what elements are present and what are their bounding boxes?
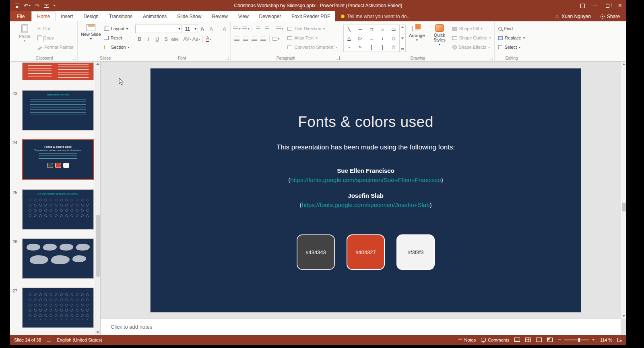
tab-slide-show[interactable]: Slide Show	[172, 11, 206, 21]
scroll-up-icon[interactable]	[401, 26, 404, 28]
layout-button[interactable]: Layout▾	[102, 24, 131, 33]
character-spacing-button[interactable]: AV▾	[183, 35, 191, 43]
tab-review[interactable]: Review	[206, 11, 233, 21]
copy-button[interactable]: Copy	[36, 33, 75, 42]
slide-subtitle[interactable]: This presentation has been made using th…	[151, 143, 581, 151]
slide-sorter-view-button[interactable]	[525, 338, 531, 342]
select-button[interactable]: Select▾	[497, 43, 526, 52]
strikethrough-button[interactable]: abc	[171, 35, 179, 43]
tab-animations[interactable]: Animations	[138, 11, 172, 21]
thumbnail-slide-22-partial[interactable]	[22, 62, 94, 80]
language-indicator[interactable]: English (United States)	[57, 338, 102, 342]
decrease-indent-button[interactable]	[254, 25, 262, 33]
main-scrollbar[interactable]	[621, 62, 626, 319]
reading-view-button[interactable]	[536, 338, 542, 342]
close-button[interactable]: ×	[614, 0, 626, 11]
replace-button[interactable]: Replace▾	[497, 33, 526, 42]
ribbon-display-options-button[interactable]	[576, 0, 589, 11]
justify-button[interactable]	[259, 35, 267, 43]
text-shadow-button[interactable]: S	[162, 35, 170, 43]
drawing-dialog-launcher[interactable]	[489, 56, 493, 60]
slide[interactable]: Fonts & colors used This presentation ha…	[151, 68, 581, 312]
zoom-slider-thumb[interactable]	[578, 338, 580, 342]
scroll-up-icon[interactable]	[96, 63, 99, 65]
scrollbar-thumb[interactable]	[622, 203, 626, 211]
shape-gallery-item[interactable]: ○	[381, 27, 384, 32]
italic-button[interactable]: I	[144, 35, 152, 43]
scroll-down-icon[interactable]	[401, 37, 404, 39]
tab-transitions[interactable]: Transitions	[104, 11, 138, 21]
notes-pane[interactable]: Click to add notes	[101, 319, 621, 335]
shape-gallery-item[interactable]: →	[369, 35, 374, 41]
align-right-button[interactable]	[250, 35, 258, 43]
change-case-button[interactable]: Aa▾	[192, 35, 200, 43]
color-swatch[interactable]: #434343	[297, 234, 335, 270]
shape-gallery-item[interactable]: }	[382, 44, 383, 50]
convert-to-smartart-button[interactable]: Convert to SmartArt▾	[286, 43, 339, 52]
tab-file[interactable]: File	[10, 11, 31, 21]
decrease-font-size-button[interactable]: Aˇ	[208, 25, 216, 33]
font-name-combo[interactable]: ▾	[135, 25, 182, 33]
minimize-button[interactable]: —	[589, 0, 601, 11]
font-dialog-launcher[interactable]	[225, 56, 229, 60]
scroll-down-icon[interactable]	[622, 315, 625, 317]
zoom-out-button[interactable]: −	[558, 338, 561, 342]
redo-button[interactable]: ↷	[35, 3, 39, 9]
align-text-button[interactable]: Align Text▾	[286, 33, 339, 42]
increase-font-size-button[interactable]: Aˆ	[199, 25, 207, 33]
font-link[interactable]: https://fonts.google.com/specimen/Sue+El…	[290, 176, 441, 183]
columns-button[interactable]: ▾	[272, 35, 280, 43]
thumbnail-slide-26[interactable]	[22, 238, 94, 279]
slide-title[interactable]: Fonts & colors used	[151, 114, 581, 130]
color-swatch[interactable]: #f3f3f3	[396, 234, 435, 270]
clipboard-dialog-launcher[interactable]	[72, 56, 76, 60]
slide-editor-canvas[interactable]: Fonts & colors used This presentation ha…	[101, 62, 621, 319]
notes-toggle-button[interactable]: Notes	[458, 338, 476, 342]
thumbnail-slide-24-selected[interactable]: Fonts & colors used This presentation ha…	[22, 139, 94, 180]
bullets-button[interactable]: ▾	[233, 25, 241, 33]
scrollbar-thumb[interactable]	[96, 215, 100, 277]
shape-gallery-item[interactable]: △	[347, 35, 351, 41]
shape-gallery-item[interactable]: ~	[348, 44, 351, 50]
cut-button[interactable]: ✂Cut	[36, 24, 75, 33]
tab-foxit-reader-pdf[interactable]: Foxit Reader PDF	[286, 11, 335, 21]
shape-gallery-item[interactable]: ─	[359, 27, 362, 32]
comments-toggle-button[interactable]: Comments	[481, 338, 509, 342]
proofing-icon[interactable]	[47, 338, 51, 342]
customize-qat-button[interactable]: ▾	[54, 4, 55, 7]
save-button[interactable]	[15, 4, 19, 8]
zoom-slider[interactable]	[564, 340, 589, 340]
shape-gallery-item[interactable]: ↓	[381, 35, 384, 41]
quick-styles-button[interactable]: Quick Styles ▾	[428, 23, 451, 53]
font-link-line[interactable]: (https://fonts.google.com/specimen/Josef…	[151, 201, 581, 208]
thumbnail-slide-25[interactable]: Use our editable graphic resources...	[22, 189, 94, 230]
shape-gallery-item[interactable]: ▷	[358, 35, 362, 41]
reset-button[interactable]: Reset	[102, 33, 131, 42]
numbering-button[interactable]: ▾	[242, 25, 250, 33]
underline-button[interactable]: U	[153, 35, 161, 43]
thumbnail-slide-23[interactable]: Instructions for use	[22, 90, 94, 130]
start-from-beginning-button[interactable]	[44, 4, 49, 8]
normal-view-button[interactable]	[514, 338, 520, 342]
fit-to-window-icon[interactable]	[617, 338, 622, 342]
shape-gallery-item[interactable]: □	[370, 27, 373, 32]
share-button[interactable]: Share	[594, 11, 626, 21]
shape-gallery-item[interactable]: ◇	[392, 35, 395, 41]
slide-counter[interactable]: Slide 24 of 38	[14, 338, 41, 342]
shape-outline-button[interactable]: Shape Outline▾	[451, 33, 493, 42]
undo-button[interactable]: ↶▾	[24, 3, 31, 9]
align-center-button[interactable]	[242, 35, 250, 43]
clear-formatting-button[interactable]: A	[220, 25, 228, 33]
tab-developer[interactable]: Developer	[254, 11, 287, 21]
font-size-combo[interactable]: 11▾	[183, 25, 198, 33]
increase-indent-button[interactable]	[263, 25, 271, 33]
bold-button[interactable]: B	[135, 35, 143, 43]
font-name-text[interactable]: Josefin Slab	[151, 192, 581, 199]
format-painter-button[interactable]: Format Painter	[36, 43, 75, 52]
zoom-percentage[interactable]: 114 %	[600, 338, 612, 342]
font-name-text[interactable]: Sue Ellen Francisco	[151, 167, 581, 174]
collapse-ribbon-button[interactable]	[620, 56, 623, 59]
shape-gallery-item[interactable]: ☆	[392, 44, 396, 50]
restore-button[interactable]	[601, 0, 614, 11]
shape-gallery-item[interactable]: ╲	[348, 27, 351, 32]
